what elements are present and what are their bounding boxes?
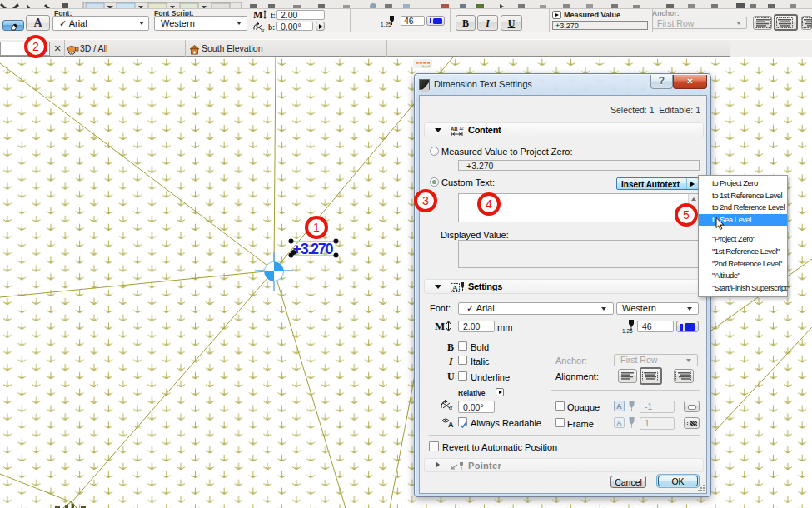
svg-text:α: α <box>449 404 453 411</box>
svg-text:1.25: 1.25 <box>622 328 633 334</box>
svg-text:12: 12 <box>459 126 464 131</box>
svg-text:α: α <box>262 27 265 32</box>
svg-text:A: A <box>448 421 454 428</box>
svg-text:+3.270: +3.270 <box>293 241 334 257</box>
svg-text:A: A <box>452 284 458 292</box>
svg-text:AB: AB <box>451 127 458 132</box>
